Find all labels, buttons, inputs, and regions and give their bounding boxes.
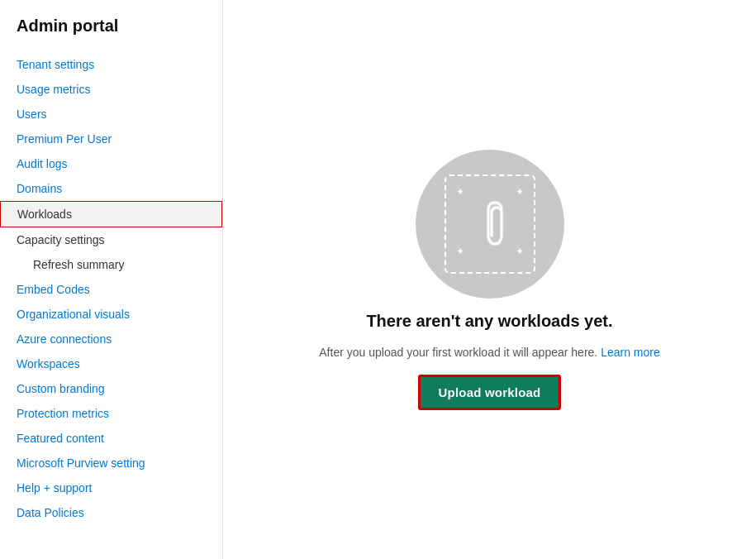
- learn-more-link[interactable]: Learn more: [601, 346, 660, 359]
- empty-desc-text: After you upload your first workload it …: [319, 346, 597, 359]
- sidebar-item-microsoft-purview[interactable]: Microsoft Purview setting: [0, 451, 222, 475]
- empty-desc: After you upload your first workload it …: [319, 344, 659, 361]
- sidebar-item-featured-content[interactable]: Featured content: [0, 426, 222, 451]
- empty-state: ✦ ✦ ✦ ✦ There aren't any workloads yet. …: [319, 150, 659, 410]
- sidebar-item-custom-branding[interactable]: Custom branding: [0, 376, 222, 401]
- sidebar: Admin portal Tenant settingsUsage metric…: [0, 0, 223, 559]
- sidebar-item-workloads[interactable]: Workloads: [0, 201, 222, 227]
- sidebar-item-organizational-visuals[interactable]: Organizational visuals: [0, 302, 222, 327]
- paperclip-icon: [467, 191, 512, 257]
- empty-icon-inner: ✦ ✦ ✦ ✦: [445, 174, 535, 274]
- sidebar-item-domains[interactable]: Domains: [0, 176, 222, 201]
- sidebar-item-data-policies[interactable]: Data Policies: [0, 500, 222, 525]
- sidebar-item-embed-codes[interactable]: Embed Codes: [0, 277, 222, 302]
- sidebar-item-protection-metrics[interactable]: Protection metrics: [0, 401, 222, 426]
- sidebar-item-premium-per-user[interactable]: Premium Per User: [0, 127, 222, 151]
- sidebar-item-refresh-summary[interactable]: Refresh summary: [0, 252, 222, 277]
- main-content: ✦ ✦ ✦ ✦ There aren't any workloads yet. …: [223, 0, 756, 559]
- sidebar-item-tenant-settings[interactable]: Tenant settings: [0, 52, 222, 77]
- sidebar-item-usage-metrics[interactable]: Usage metrics: [0, 77, 222, 102]
- sidebar-item-azure-connections[interactable]: Azure connections: [0, 327, 222, 351]
- sidebar-item-users[interactable]: Users: [0, 102, 222, 127]
- sparkle-br-icon: ✦: [516, 246, 524, 257]
- page-layout: Admin portal Tenant settingsUsage metric…: [0, 0, 756, 559]
- empty-icon-circle: ✦ ✦ ✦ ✦: [416, 150, 564, 299]
- sidebar-item-workspaces[interactable]: Workspaces: [0, 351, 222, 376]
- sparkle-tl-icon: ✦: [456, 186, 464, 198]
- admin-portal-title: Admin portal: [0, 17, 222, 52]
- empty-title: There aren't any workloads yet.: [366, 312, 612, 331]
- upload-workload-button[interactable]: Upload workload: [418, 375, 562, 410]
- sidebar-item-audit-logs[interactable]: Audit logs: [0, 151, 222, 176]
- sparkle-tr-icon: ✦: [516, 186, 524, 198]
- sidebar-item-capacity-settings[interactable]: Capacity settings: [0, 227, 222, 252]
- sidebar-item-help-support[interactable]: Help + support: [0, 475, 222, 500]
- sparkle-bl-icon: ✦: [456, 246, 464, 257]
